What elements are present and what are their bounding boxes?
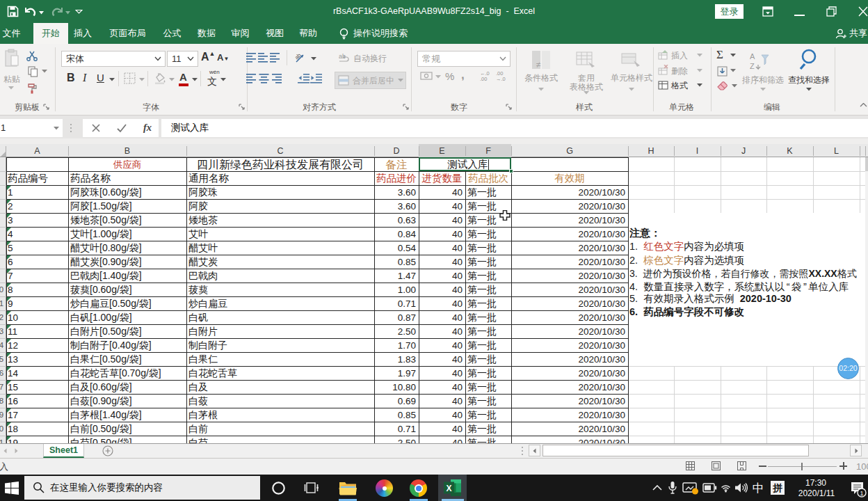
- svg-text:ab: ab: [295, 53, 303, 61]
- svg-text:1: 1: [860, 490, 863, 497]
- svg-text:Z: Z: [750, 62, 755, 70]
- svg-text:A: A: [750, 52, 755, 61]
- svg-text:.00: .00: [480, 76, 487, 81]
- svg-text:X: X: [446, 484, 451, 493]
- svg-text:≠: ≠: [536, 60, 541, 70]
- svg-text:→.0: →.0: [496, 76, 506, 81]
